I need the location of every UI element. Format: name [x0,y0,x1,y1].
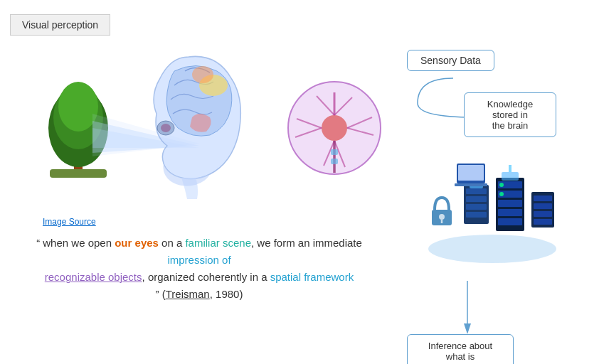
svg-rect-41 [498,200,522,207]
svg-rect-34 [466,204,487,210]
image-source-link[interactable]: Image Source [43,217,384,227]
svg-rect-42 [498,209,522,216]
svg-point-11 [161,124,171,132]
svg-point-9 [192,66,213,83]
server-to-inference-arrow [460,281,482,334]
brain-illustration-panel: Image Source [21,43,384,227]
knowledge-brain-box: Knowledge stored inthe brain [464,92,556,137]
svg-point-45 [499,192,504,196]
svg-rect-46 [502,172,519,181]
svg-rect-32 [466,188,487,194]
inference-box: Inference about what isout there [407,334,514,364]
svg-rect-4 [50,169,107,178]
svg-point-13 [322,115,347,141]
neuron-circle [288,82,381,174]
svg-rect-24 [331,149,338,155]
svg-rect-35 [466,212,487,218]
brain-scene-svg [36,43,384,213]
svg-point-3 [58,82,98,132]
server-svg [414,156,578,270]
svg-rect-55 [455,183,487,186]
svg-point-27 [428,235,556,263]
server-illustration [414,156,571,270]
svg-rect-50 [534,203,552,209]
svg-rect-49 [534,196,552,201]
brain-illustration [36,43,377,213]
quote-text: “ when we open our eyes on a familiar sc… [21,235,377,303]
svg-rect-43 [498,218,522,225]
svg-rect-51 [534,211,552,217]
svg-point-44 [499,183,504,187]
svg-rect-54 [458,165,484,181]
svg-rect-33 [466,196,487,202]
slide-title: Visual perception [10,14,110,36]
svg-rect-25 [331,159,338,164]
svg-marker-57 [464,323,471,334]
head-silhouette [154,56,240,199]
svg-rect-52 [534,219,552,225]
svg-point-29 [439,214,445,220]
